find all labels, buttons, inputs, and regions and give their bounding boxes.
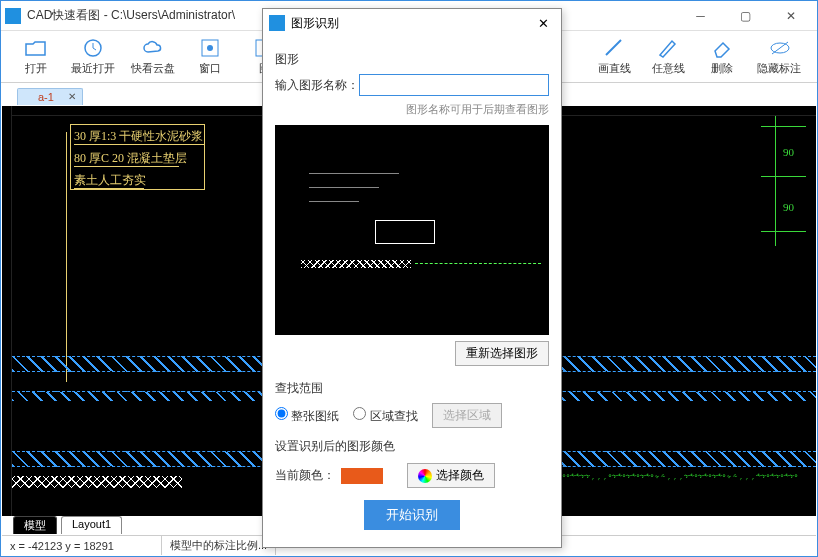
grass-pattern: ⸰⸰⸞⸞⸟⸟؍؍؍⸞⸟⸰⸞⸟⸰⸞⸟⸰⸞⸟؍؍؍⸞⸟⸰⸞⸟⸰⸞⸟⸰⸞⸟⸰؍؍؍⸞⸟… bbox=[562, 470, 816, 488]
shape-name-input[interactable] bbox=[359, 74, 549, 96]
input-name-label: 输入图形名称： bbox=[275, 77, 359, 94]
coords-readout: x = -42123 y = 18291 bbox=[2, 536, 162, 555]
ruler-vertical bbox=[2, 106, 12, 516]
line-icon bbox=[603, 37, 625, 59]
maximize-button[interactable]: ▢ bbox=[723, 2, 768, 30]
folder-open-icon bbox=[25, 37, 47, 59]
dialog-icon bbox=[269, 15, 285, 31]
delete-button[interactable]: 删除 bbox=[703, 37, 741, 76]
cloud-button[interactable]: 快看云盘 bbox=[131, 37, 175, 76]
open-button[interactable]: 打开 bbox=[17, 37, 55, 76]
eraser-icon bbox=[711, 37, 733, 59]
app-icon bbox=[5, 8, 21, 24]
color-section-label: 设置识别后的图形颜色 bbox=[275, 438, 549, 455]
cloud-icon bbox=[142, 37, 164, 59]
choose-color-button[interactable]: 选择颜色 bbox=[407, 463, 495, 488]
layout-tabs: 模型 Layout1 bbox=[13, 516, 122, 534]
tab-model[interactable]: 模型 bbox=[13, 516, 57, 534]
close-button[interactable]: ✕ bbox=[768, 2, 813, 30]
dim-label-2: 90 bbox=[783, 201, 794, 213]
current-color-label: 当前颜色： bbox=[275, 467, 335, 484]
section-shape-label: 图形 bbox=[275, 51, 549, 68]
document-tab[interactable]: a-1 ✕ bbox=[17, 88, 83, 105]
name-hint: 图形名称可用于后期查看图形 bbox=[275, 102, 549, 117]
hide-annot-button[interactable]: 隐藏标注 bbox=[757, 37, 801, 76]
shape-recognition-dialog: 图形识别 ✕ 图形 输入图形名称： 图形名称可用于后期查看图形 重新选择图形 查… bbox=[262, 8, 562, 548]
line-button[interactable]: 画直线 bbox=[595, 37, 633, 76]
color-wheel-icon bbox=[418, 469, 432, 483]
cad-note-3: 素土人工夯实 bbox=[74, 172, 146, 189]
tab-label: a-1 bbox=[38, 91, 54, 103]
tab-close-icon[interactable]: ✕ bbox=[68, 91, 76, 102]
dialog-titlebar: 图形识别 ✕ bbox=[263, 9, 561, 37]
reselect-shape-button[interactable]: 重新选择图形 bbox=[455, 341, 549, 366]
cad-note-1: 30 厚1:3 干硬性水泥砂浆 bbox=[74, 128, 203, 145]
search-scope-label: 查找范围 bbox=[275, 380, 549, 397]
radio-area-search[interactable]: 区域查找 bbox=[353, 407, 417, 425]
eye-off-icon bbox=[768, 37, 790, 59]
dialog-close-button[interactable]: ✕ bbox=[531, 16, 555, 31]
status-note: 模型中的标注比例... bbox=[162, 536, 276, 555]
window-button[interactable]: 窗口 bbox=[191, 37, 229, 76]
current-color-swatch bbox=[341, 468, 383, 484]
leader-line bbox=[66, 132, 67, 382]
shape-preview bbox=[275, 125, 549, 335]
radio-whole-drawing[interactable]: 整张图纸 bbox=[275, 407, 339, 425]
dim-line bbox=[775, 116, 776, 246]
recent-button[interactable]: 最近打开 bbox=[71, 37, 115, 76]
fullscreen-icon bbox=[199, 37, 221, 59]
cross-hatch bbox=[12, 476, 182, 488]
minimize-button[interactable]: ─ bbox=[678, 2, 723, 30]
dim-label-1: 90 bbox=[783, 146, 794, 158]
history-icon bbox=[82, 37, 104, 59]
pencil-icon bbox=[657, 37, 679, 59]
start-recognition-button[interactable]: 开始识别 bbox=[364, 500, 460, 530]
select-area-button[interactable]: 选择区域 bbox=[432, 403, 502, 428]
cad-note-2: 80 厚C 20 混凝土垫层 bbox=[74, 150, 187, 167]
dialog-title: 图形识别 bbox=[291, 15, 531, 32]
anyline-button[interactable]: 任意线 bbox=[649, 37, 687, 76]
svg-point-2 bbox=[207, 45, 213, 51]
svg-line-4 bbox=[606, 40, 621, 55]
tab-layout1[interactable]: Layout1 bbox=[61, 516, 122, 534]
